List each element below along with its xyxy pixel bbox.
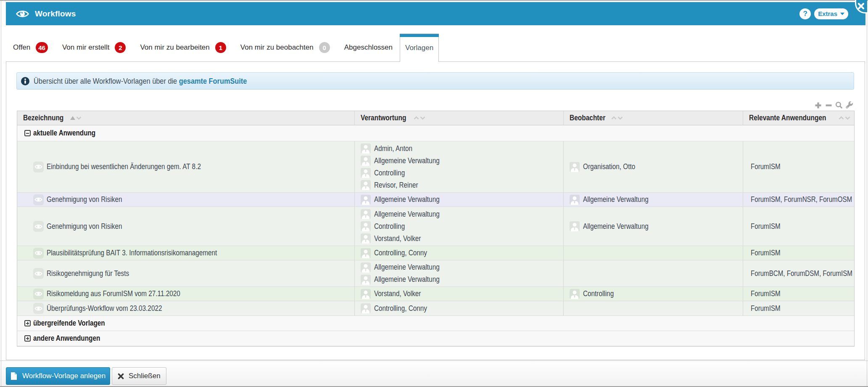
person-entry: Allgemeine Verwaltung <box>564 220 743 233</box>
table-header-row: BezeichnungVerantwortungBeobachterReleva… <box>17 111 854 125</box>
tab-label: Von mir zu bearbeiten <box>140 43 209 52</box>
person-name: Vorstand, Volker <box>374 289 421 298</box>
collapse-icon[interactable] <box>24 130 31 136</box>
tab-von-mir-erstellt[interactable]: Von mir erstellt2 <box>55 34 133 61</box>
person-name: Allgemeine Verwaltung <box>374 263 440 272</box>
group-label: aktuelle Anwendung <box>33 129 95 138</box>
applications-text: ForumISM, ForumNSR, ForumOSM <box>751 195 852 204</box>
cell-beobachter: Organisation, Otto <box>563 141 743 192</box>
workflow-eye-icon[interactable] <box>33 268 44 279</box>
info-banner-text-regular: Übersicht über alle Workflow-Vorlagen üb… <box>34 77 177 85</box>
column-header-relevante-anwendungen[interactable]: Relevante Anwendungen <box>743 111 855 125</box>
person-icon <box>361 195 371 205</box>
document-icon <box>11 372 17 380</box>
sort-asc-icon[interactable] <box>611 116 617 120</box>
window-frame-right <box>867 1 867 386</box>
sort-icons <box>839 116 850 120</box>
person-entry: Controlling <box>564 288 743 300</box>
tab-von-mir-zu-bearbeiten[interactable]: Von mir zu bearbeiten1 <box>133 34 233 61</box>
cell-beobachter: Controlling <box>563 287 743 301</box>
group-row[interactable]: aktuelle Anwendung <box>17 125 854 141</box>
tab-offen[interactable]: Offen46 <box>6 34 55 61</box>
person-name: Controlling <box>374 169 405 178</box>
cell-verantwortung: Allgemeine Verwaltung <box>354 193 563 207</box>
expand-icon[interactable] <box>24 320 31 326</box>
person-name: Controlling <box>374 222 405 231</box>
sort-desc-icon[interactable] <box>76 116 82 120</box>
table-row[interactable]: Einbindung bei wesentlichen Änderungen g… <box>17 141 854 193</box>
column-header-verantwortung[interactable]: Verantwortung <box>354 111 563 125</box>
tab-abgeschlossen[interactable]: Abgeschlossen <box>337 34 400 61</box>
add-row-icon[interactable] <box>814 101 822 109</box>
wrench-icon[interactable] <box>846 101 853 109</box>
table-row[interactable]: Genehmigung von RisikenAllgemeine Verwal… <box>17 193 854 207</box>
person-icon <box>570 289 580 299</box>
cell-beobachter <box>563 246 743 260</box>
person-icon <box>361 275 371 285</box>
column-header-bezeichnung[interactable]: Bezeichnung <box>17 111 354 125</box>
applications-text: ForumISM <box>751 249 781 257</box>
cell-bezeichnung: Genehmigung von Risiken <box>17 207 354 246</box>
search-icon[interactable] <box>835 101 843 109</box>
person-entry: Allgemeine Verwaltung <box>355 208 563 220</box>
workflow-eye-icon[interactable] <box>33 289 44 300</box>
workflow-eye-icon[interactable] <box>33 221 44 232</box>
person-name: Allgemeine Verwaltung <box>374 156 440 165</box>
workflow-eye-icon[interactable] <box>33 162 44 172</box>
tab-vorlagen[interactable]: Vorlagen <box>400 34 439 62</box>
extras-button[interactable]: Extras <box>814 8 848 19</box>
person-entry: Controlling <box>355 220 563 233</box>
info-banner: Übersicht über alle Workflow-Vorlagen üb… <box>16 72 854 90</box>
window-frame-top <box>0 0 868 1</box>
cell-beobachter: Allgemeine Verwaltung <box>563 207 743 246</box>
person-name: Allgemeine Verwaltung <box>583 195 649 204</box>
info-banner-text: Übersicht über alle Workflow-Vorlagen üb… <box>34 77 247 86</box>
create-template-button[interactable]: Workflow-Vorlage anlegen <box>6 367 110 385</box>
table-row[interactable]: Plausibilitätsprüfung BAIT 3. Informatio… <box>17 246 854 260</box>
person-entry: Controlling, Conny <box>355 247 563 259</box>
table-row[interactable]: Risikogenehmigung für TestsAllgemeine Ve… <box>17 260 854 287</box>
workflow-title: Genehmigung von Risiken <box>47 195 122 204</box>
sort-asc-icon[interactable] <box>70 116 75 120</box>
help-button[interactable]: ? <box>799 8 811 19</box>
tab-von-mir-zu-beobachten[interactable]: Von mir zu beobachten0 <box>233 34 337 61</box>
person-icon <box>361 168 371 178</box>
cell-anwendungen: ForumBCM, ForumDSM, ForumISM <box>743 260 855 286</box>
table-row[interactable]: Genehmigung von RisikenAllgemeine Verwal… <box>17 207 854 246</box>
column-header-beobachter[interactable]: Beobachter <box>563 111 743 125</box>
person-name: Controlling <box>583 289 614 298</box>
group-row[interactable]: übergreifende Vorlagen <box>17 316 854 331</box>
person-name: Allgemeine Verwaltung <box>583 222 649 231</box>
remove-row-icon[interactable] <box>825 101 832 109</box>
person-icon <box>361 209 371 219</box>
workflow-eye-icon[interactable] <box>33 194 44 205</box>
person-icon <box>361 303 371 313</box>
person-icon <box>570 221 580 231</box>
create-template-label: Workflow-Vorlage anlegen <box>22 372 106 380</box>
person-entry: Controlling <box>355 167 563 179</box>
group-row[interactable]: andere Anwendungen <box>17 331 854 346</box>
person-icon <box>361 180 371 190</box>
cell-bezeichnung: Überprüfungs-Workflow vom 23.03.2022 <box>17 301 354 315</box>
close-dialog-label: Schließen <box>129 372 161 380</box>
sort-desc-icon[interactable] <box>617 116 623 120</box>
workflow-eye-icon[interactable] <box>33 303 44 314</box>
table-row[interactable]: Überprüfungs-Workflow vom 23.03.2022Cont… <box>17 301 854 316</box>
sort-desc-icon[interactable] <box>420 116 425 120</box>
sort-asc-icon[interactable] <box>839 116 844 120</box>
table-row[interactable]: Risikomeldung aus ForumISM vom 27.11.202… <box>17 287 854 301</box>
applications-text: ForumISM <box>751 304 781 313</box>
close-dialog-button[interactable]: Schließen <box>112 367 166 385</box>
workflow-eye-icon[interactable] <box>33 248 44 259</box>
cell-verantwortung: Allgemeine VerwaltungAllgemeine Verwaltu… <box>354 260 563 286</box>
person-icon <box>361 143 371 154</box>
sort-asc-icon[interactable] <box>414 116 419 120</box>
expand-icon[interactable] <box>24 335 31 342</box>
table-body: aktuelle AnwendungEinbindung bei wesentl… <box>17 125 854 346</box>
cell-anwendungen: ForumISM <box>743 301 855 315</box>
person-entry: Allgemeine Verwaltung <box>355 273 563 286</box>
column-header-label: Relevante Anwendungen <box>749 114 826 122</box>
cell-bezeichnung: Einbindung bei wesentlichen Änderungen g… <box>17 141 354 192</box>
cell-bezeichnung: Risikomeldung aus ForumISM vom 27.11.202… <box>17 287 354 301</box>
sort-desc-icon[interactable] <box>845 116 850 120</box>
